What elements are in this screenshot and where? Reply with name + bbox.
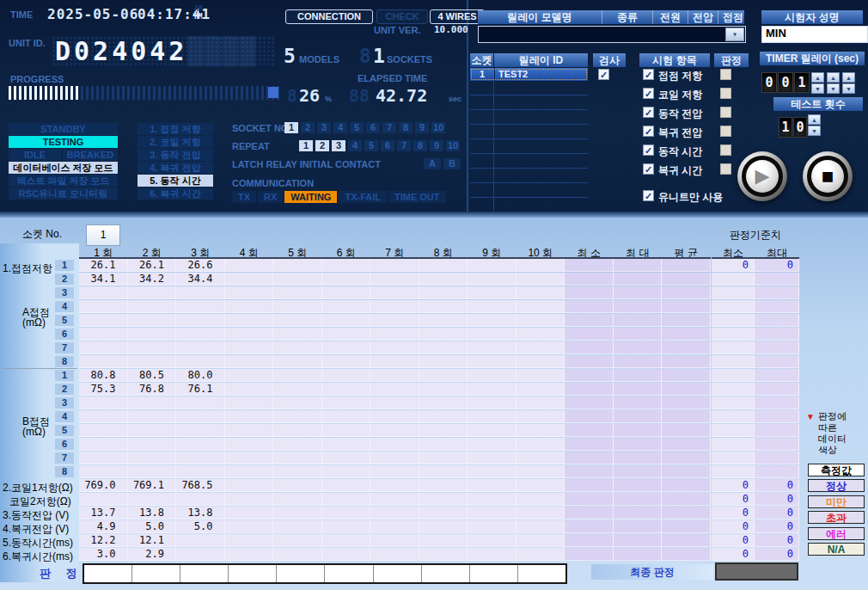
column-header-12: 최 대 [614, 246, 663, 257]
measure-cell [273, 396, 322, 409]
spinner-up-button[interactable]: ▲ [827, 72, 840, 83]
judge-checkbox-1[interactable] [720, 88, 731, 99]
test-item-checkbox-5[interactable]: ✓ [643, 163, 654, 175]
tester-name-input[interactable]: MIN [761, 26, 868, 43]
relay-list-row[interactable] [470, 139, 588, 154]
repeat-7[interactable]: 7 [397, 140, 411, 151]
ref-cell [755, 286, 799, 299]
socket-no-8[interactable]: 8 [399, 122, 413, 133]
measure-cell [273, 355, 322, 368]
relay-list-row[interactable] [470, 125, 588, 139]
measure-cell: 13.8 [128, 507, 177, 519]
test-item-checkbox-3[interactable]: ✓ [643, 126, 654, 137]
check-button[interactable]: CHECK [376, 9, 428, 24]
relay-list-row[interactable] [470, 198, 588, 212]
legend-item-2: 미만 [808, 495, 865, 508]
model-header-3: 전압 [688, 10, 718, 24]
latch-b-box[interactable]: B [443, 158, 461, 169]
column-header-13: 평 균 [662, 246, 711, 257]
stop-button[interactable]: ■ [803, 151, 853, 201]
repeat-6[interactable]: 6 [381, 140, 394, 151]
measure-cell [468, 534, 517, 547]
spinner-up-button[interactable]: ▲ [842, 72, 855, 83]
measure-cell [614, 507, 663, 519]
measure-cell [517, 286, 565, 299]
repeat-1[interactable]: 1 [299, 140, 313, 151]
column-header-4: 4 회 [225, 246, 274, 257]
socket-no-1[interactable]: 1 [284, 122, 298, 133]
test-item-checkbox-1[interactable]: ✓ [643, 88, 654, 99]
test-item-checkbox-4[interactable]: ✓ [643, 144, 654, 156]
status-standby: STANDBY [9, 123, 118, 135]
spinner-down-button[interactable]: ▼ [842, 83, 855, 94]
judge-checkbox-2[interactable] [720, 107, 731, 118]
test-item-checkbox-2[interactable]: ✓ [643, 107, 654, 118]
judge-checkbox-0[interactable] [720, 69, 731, 80]
spinner-down-button[interactable]: ▼ [827, 83, 840, 94]
socket-no-7[interactable]: 7 [382, 122, 396, 133]
socket-no-4[interactable]: 4 [333, 122, 347, 133]
repeat-8[interactable]: 8 [413, 140, 427, 151]
measure-cell [565, 328, 614, 341]
ref-cell: 0 [712, 259, 755, 272]
measure-cell [176, 341, 225, 354]
measure-cell [322, 355, 371, 368]
measure-cell [370, 424, 419, 437]
judge-checkbox-5[interactable] [720, 163, 731, 175]
spinner-down-button[interactable]: ▼ [808, 126, 821, 136]
legend-item-4: 에러 [808, 527, 865, 540]
measure-cell [565, 493, 614, 506]
measure-cell [176, 328, 225, 341]
spinner-up-button[interactable]: ▲ [808, 114, 821, 125]
measure-cell [176, 438, 225, 451]
ref-cell [712, 396, 755, 409]
relay-list-row[interactable] [470, 183, 588, 198]
wires-button[interactable]: 4 WIRES [430, 9, 485, 24]
relay-list-row[interactable] [470, 81, 588, 95]
legend-item-3: 초과 [808, 511, 865, 524]
measure-cell [273, 369, 322, 382]
relay-list-row[interactable] [470, 110, 588, 125]
relay-list-row[interactable] [470, 95, 588, 110]
repeat-label: REPEAT [232, 141, 270, 151]
repeat-2[interactable]: 2 [315, 140, 329, 151]
socket-no-5[interactable]: 5 [350, 122, 364, 133]
latch-a-box[interactable]: A [424, 158, 441, 169]
repeat-4[interactable]: 4 [348, 140, 362, 151]
socket-no-2[interactable]: 2 [301, 122, 315, 133]
repeat-10[interactable]: 10 [446, 140, 460, 151]
relay-list-row[interactable] [470, 169, 588, 183]
spinner-down-button[interactable]: ▼ [811, 83, 824, 94]
socket-no-9[interactable]: 9 [415, 122, 429, 133]
row-label: 4.복귀전압 (V) [3, 522, 69, 537]
repeat-5[interactable]: 5 [364, 140, 378, 151]
socket-number-row: 12345678910 [284, 122, 445, 133]
judge-checkbox-4[interactable] [720, 144, 731, 156]
measure-cell [79, 341, 128, 354]
measure-cell [517, 355, 565, 368]
measure-cell [322, 369, 371, 382]
test-item-checkbox-0[interactable]: ✓ [643, 69, 654, 80]
repeat-9[interactable]: 9 [430, 140, 443, 151]
socket-no-3[interactable]: 3 [317, 122, 331, 133]
unit-only-checkbox[interactable]: ✓ [643, 190, 654, 201]
measure-cell [662, 465, 711, 478]
relay-list-selected-row[interactable]: 1 TEST2 [470, 68, 588, 81]
socket-no-6[interactable]: 6 [366, 122, 380, 133]
progress-label: PROGRESS [10, 74, 64, 84]
repeat-3[interactable]: 3 [332, 140, 345, 151]
start-button[interactable]: ▶ [737, 151, 787, 201]
measure-cell [322, 410, 371, 423]
measure-cell [614, 438, 663, 451]
socket-no-10[interactable]: 10 [431, 122, 445, 133]
spinner-up-button[interactable]: ▲ [811, 72, 824, 83]
relay-check-checkbox[interactable]: ✓ [598, 69, 609, 80]
socket-tab-1[interactable]: 1 [86, 224, 120, 246]
measure-cell: 769.1 [128, 479, 177, 492]
relay-list-row[interactable] [470, 154, 588, 169]
measure-cell [419, 507, 468, 519]
judge-checkbox-3[interactable] [720, 126, 731, 137]
connection-button[interactable]: CONNECTION [285, 9, 373, 24]
chevron-down-icon[interactable]: ▾ [725, 28, 744, 41]
relay-model-combo[interactable]: SZR-LY2-X1 | NORMAL | DC | 0 | 2a2b ▾ [478, 26, 746, 43]
